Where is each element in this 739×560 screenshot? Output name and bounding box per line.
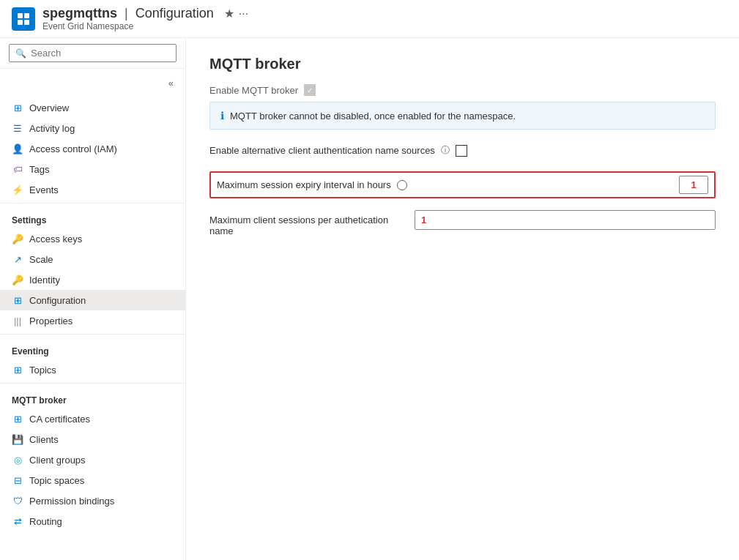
alt-auth-info-icon[interactable]: ⓘ	[441, 144, 450, 157]
sidebar-item-access-keys-label: Access keys	[29, 234, 82, 244]
main-layout: 🔍 « ⊞ Overview ☰ Activity log 👤 Access c…	[0, 38, 739, 560]
header-divider: |	[125, 6, 128, 21]
resource-subtitle: Event Grid Namespace	[42, 21, 248, 31]
alt-auth-label: Enable alternative client authentication…	[209, 145, 435, 156]
access-control-icon: 👤	[12, 143, 23, 154]
max-sessions-input[interactable]: 1	[415, 210, 716, 230]
sidebar-item-clients-label: Clients	[29, 434, 59, 445]
session-expiry-label-text: Maximum session expiry interval in hours	[217, 179, 391, 190]
info-banner-icon: ℹ	[220, 110, 224, 122]
identity-icon: 🔑	[12, 274, 23, 285]
svg-rect-3	[24, 20, 29, 25]
sidebar-item-ca-certificates[interactable]: ⊞ CA certificates	[0, 408, 185, 429]
client-groups-icon: ◎	[12, 454, 23, 466]
favorite-icon[interactable]: ★	[224, 7, 234, 20]
sidebar-item-configuration[interactable]: ⊞ Configuration	[0, 290, 185, 310]
search-box[interactable]: 🔍	[9, 44, 177, 62]
info-banner: ℹ MQTT broker cannot be disabled, once e…	[209, 102, 716, 130]
sidebar-item-topic-spaces[interactable]: ⊟ Topic spaces	[0, 470, 185, 490]
sidebar-item-scale-label: Scale	[29, 254, 53, 265]
svg-rect-1	[24, 13, 29, 18]
sidebar-item-client-groups[interactable]: ◎ Client groups	[0, 449, 185, 470]
sidebar-item-identity[interactable]: 🔑 Identity	[0, 269, 185, 290]
overview-icon: ⊞	[12, 102, 23, 113]
topic-spaces-icon: ⊟	[12, 474, 23, 486]
sidebar: 🔍 « ⊞ Overview ☰ Activity log 👤 Access c…	[0, 38, 186, 560]
sidebar-item-clients[interactable]: 💾 Clients	[0, 429, 185, 449]
session-expiry-label: Maximum session expiry interval in hours	[217, 179, 679, 190]
clients-icon: 💾	[12, 433, 23, 445]
access-keys-icon: 🔑	[12, 233, 23, 244]
main-content: MQTT broker Enable MQTT broker ✓ ℹ MQTT …	[186, 38, 739, 560]
sidebar-item-routing[interactable]: ⇄ Routing	[0, 511, 185, 531]
max-sessions-row: Maximum client sessions per autheticatio…	[209, 210, 716, 236]
tags-icon: 🏷	[12, 163, 23, 175]
sidebar-item-permission-bindings[interactable]: 🛡 Permission bindings	[0, 490, 185, 511]
eventing-section-header: Eventing	[0, 337, 185, 359]
sidebar-item-tags[interactable]: 🏷 Tags	[0, 159, 185, 179]
activity-log-icon: ☰	[12, 122, 23, 134]
ca-cert-icon: ⊞	[12, 413, 23, 425]
sidebar-item-client-groups-label: Client groups	[29, 455, 86, 466]
app-header: spegmqttns | Configuration ★ ··· Event G…	[0, 0, 739, 38]
app-icon	[12, 7, 35, 31]
properties-icon: |||	[12, 315, 23, 326]
sidebar-item-events-label: Events	[29, 184, 59, 195]
configuration-icon: ⊞	[12, 294, 23, 306]
permission-bindings-icon: 🛡	[12, 495, 23, 507]
checkbox-checked-state: ✓	[305, 85, 315, 95]
session-expiry-input[interactable]: 1	[679, 176, 708, 194]
svg-rect-0	[18, 13, 23, 18]
sidebar-item-scale[interactable]: ↗ Scale	[0, 249, 185, 269]
sidebar-item-activity-log[interactable]: ☰ Activity log	[0, 118, 185, 138]
session-expiry-icon	[397, 180, 407, 190]
search-input[interactable]	[31, 48, 170, 59]
collapse-sidebar-button[interactable]: «	[163, 72, 179, 94]
sidebar-item-configuration-label: Configuration	[29, 295, 86, 306]
enable-mqtt-checkbox[interactable]: ✓	[304, 84, 316, 96]
sidebar-item-access-control-label: Access control (IAM)	[29, 143, 117, 154]
search-icon: 🔍	[15, 48, 26, 59]
content-title: MQTT broker	[209, 56, 716, 72]
topics-icon: ⊞	[12, 364, 23, 376]
sidebar-item-tags-label: Tags	[29, 164, 49, 175]
alt-auth-row: Enable alternative client authentication…	[209, 144, 716, 157]
sidebar-item-routing-label: Routing	[29, 516, 62, 527]
header-text: spegmqttns | Configuration ★ ··· Event G…	[42, 6, 248, 31]
sidebar-item-ca-certificates-label: CA certificates	[29, 414, 90, 425]
mqtt-section-header: MQTT broker	[0, 387, 185, 408]
sidebar-item-events[interactable]: ⚡ Events	[0, 179, 185, 200]
sidebar-item-topics[interactable]: ⊞ Topics	[0, 359, 185, 380]
checkmark-icon: ✓	[307, 86, 313, 94]
sidebar-search-area: 🔍	[0, 38, 185, 69]
enable-mqtt-row: Enable MQTT broker ✓	[209, 84, 716, 96]
page-title: Configuration	[135, 6, 214, 21]
sidebar-item-properties[interactable]: ||| Properties	[0, 310, 185, 331]
sidebar-item-access-keys[interactable]: 🔑 Access keys	[0, 228, 185, 249]
sidebar-item-activity-log-label: Activity log	[29, 123, 75, 134]
events-icon: ⚡	[12, 184, 23, 195]
scale-icon: ↗	[12, 253, 23, 265]
resource-name: spegmqttns	[42, 6, 117, 21]
sidebar-item-access-control[interactable]: 👤 Access control (IAM)	[0, 138, 185, 159]
sidebar-item-overview-label: Overview	[29, 102, 69, 113]
alt-auth-checkbox[interactable]	[456, 145, 467, 157]
routing-icon: ⇄	[12, 515, 23, 527]
more-options-icon[interactable]: ···	[239, 7, 248, 20]
info-banner-message: MQTT broker cannot be disabled, once ena…	[230, 111, 516, 122]
sidebar-item-identity-label: Identity	[29, 275, 60, 285]
sidebar-item-overview[interactable]: ⊞ Overview	[0, 97, 185, 118]
svg-rect-2	[18, 20, 23, 25]
sidebar-item-permission-bindings-label: Permission bindings	[29, 496, 114, 507]
enable-mqtt-label: Enable MQTT broker	[209, 85, 298, 96]
sidebar-item-topic-spaces-label: Topic spaces	[29, 475, 84, 486]
max-sessions-label: Maximum client sessions per autheticatio…	[209, 210, 415, 236]
settings-section-header: Settings	[0, 206, 185, 228]
session-expiry-row: Maximum session expiry interval in hours…	[209, 171, 716, 198]
sidebar-item-properties-label: Properties	[29, 316, 73, 326]
sidebar-item-topics-label: Topics	[29, 365, 56, 376]
